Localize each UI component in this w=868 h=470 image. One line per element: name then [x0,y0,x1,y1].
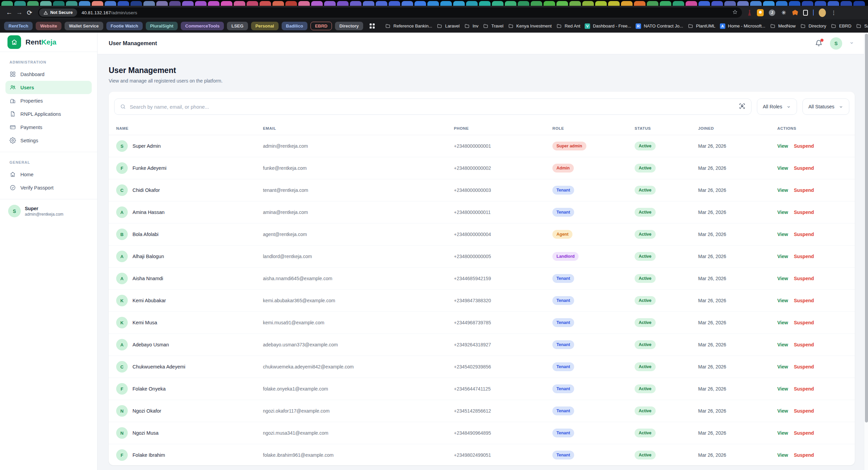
browser-tab[interactable] [66,1,77,6]
suspend-action[interactable]: Suspend [794,276,814,281]
browser-tab[interactable] [505,1,516,6]
extension-icon[interactable] [747,10,752,16]
browser-tab[interactable] [130,1,142,6]
view-action[interactable]: View [777,143,788,149]
extension-icon[interactable] [757,9,764,16]
view-action[interactable]: View [777,452,788,458]
extension-icon[interactable] [792,10,798,15]
browser-tab[interactable] [453,1,465,6]
browser-tab[interactable] [698,1,710,6]
suspend-action[interactable]: Suspend [794,298,814,303]
browser-tab[interactable] [1,1,13,6]
browser-tab[interactable] [414,1,426,6]
bookmark-item[interactable]: EBRD [831,23,851,29]
reload-button[interactable]: ⟳ [24,7,35,18]
scrollbar-thumb[interactable] [865,34,868,422]
tab-group-chip[interactable]: LSEG [227,22,248,30]
notifications-bell-icon[interactable] [815,39,823,48]
scrollbar[interactable] [864,33,868,470]
browser-tab[interactable] [298,1,310,6]
browser-tab[interactable] [169,1,181,6]
roles-filter-select[interactable]: All Roles [757,98,797,115]
extension-icon[interactable] [803,10,808,16]
browser-tab[interactable] [724,1,736,6]
bookmark-item[interactable]: SailPoint [856,23,868,29]
bookmark-item[interactable]: PlantUML [688,23,715,29]
url-text[interactable]: 40.81.132.167/admin/users [82,10,137,15]
browser-tab[interactable] [608,1,620,6]
bookmark-item[interactable]: Travel [483,23,503,29]
sidebar-item-properties[interactable]: Properties [5,94,92,107]
view-action[interactable]: View [777,386,788,392]
browser-tab[interactable] [363,1,374,6]
bookmark-item[interactable]: Kenya Investment [508,23,552,29]
suspend-action[interactable]: Suspend [794,342,814,347]
back-button[interactable]: ← [4,7,14,18]
browser-tab[interactable] [802,1,813,6]
sidebar-item-home[interactable]: Home [5,168,92,181]
tab-group-chip[interactable]: Website [36,22,61,30]
sidebar-item-payments[interactable]: Payments [5,121,92,134]
forward-button[interactable]: → [14,7,24,18]
bookmark-item[interactable]: Directory [800,23,826,29]
browser-tab[interactable] [686,1,697,6]
browser-tab[interactable] [660,1,671,6]
suspend-action[interactable]: Suspend [794,320,814,325]
browser-tab[interactable] [789,1,800,6]
browser-tab[interactable] [234,1,245,6]
sidebar-item-dashboard[interactable]: Dashboard [5,68,92,81]
browser-tab[interactable] [208,1,219,6]
suspend-action[interactable]: Suspend [794,430,814,436]
view-action[interactable]: View [777,210,788,215]
browser-tab[interactable] [182,1,194,6]
view-action[interactable]: View [777,165,788,171]
browser-tab[interactable] [14,1,26,6]
suspend-action[interactable]: Suspend [794,408,814,414]
sidebar-item-rnpl-applications[interactable]: RNPL Applications [5,107,92,121]
browser-tab[interactable] [544,1,555,6]
bookmark-item[interactable]: MedNow [770,23,796,29]
suspend-action[interactable]: Suspend [794,232,814,237]
scan-user-icon[interactable] [739,103,746,111]
tab-group-chip[interactable]: EBRD [311,22,332,30]
browser-tab[interactable] [311,1,323,6]
bookmark-item[interactable]: R NATO Contract Jo... [636,23,683,29]
bookmark-item[interactable]: V Dashboard - Free... [585,23,631,29]
extension-icon[interactable]: ✳ [780,9,787,16]
tab-group-chip[interactable]: RentTech [4,22,33,30]
statuses-filter-select[interactable]: All Statuses [802,98,849,115]
browser-tab[interactable] [285,1,297,6]
view-action[interactable]: View [777,342,788,347]
browser-tab[interactable] [673,1,684,6]
browser-tab[interactable] [247,1,258,6]
view-action[interactable]: View [777,430,788,436]
bookmark-item[interactable]: Inv [464,23,478,29]
browser-tab[interactable] [815,1,826,6]
tab-group-chip[interactable]: Badilico [282,22,308,30]
browser-tab[interactable] [634,1,645,6]
apps-grid-icon[interactable] [370,23,375,29]
browser-tab[interactable] [389,1,400,6]
header-avatar[interactable]: S [830,37,842,50]
view-action[interactable]: View [777,232,788,237]
browser-tab[interactable] [763,1,775,6]
browser-tab[interactable] [156,1,168,6]
browser-tab[interactable] [737,1,749,6]
browser-tab[interactable] [53,1,65,6]
suspend-action[interactable]: Suspend [794,165,814,171]
browser-tab[interactable] [853,1,865,6]
view-action[interactable]: View [777,364,788,369]
browser-tab[interactable] [518,1,529,6]
sidebar-item-verify-passport[interactable]: Verify Passport [5,181,92,194]
bookmark-star-icon[interactable] [732,9,738,16]
browser-profile-avatar[interactable] [819,8,826,17]
browser-tab[interactable] [569,1,581,6]
browser-tab[interactable] [621,1,633,6]
browser-tab[interactable] [92,1,103,6]
browser-tab[interactable] [647,1,658,6]
bookmark-item[interactable]: Red Ant [556,23,580,29]
browser-tab[interactable] [402,1,413,6]
suspend-action[interactable]: Suspend [794,364,814,369]
browser-tab[interactable] [350,1,361,6]
view-action[interactable]: View [777,408,788,414]
